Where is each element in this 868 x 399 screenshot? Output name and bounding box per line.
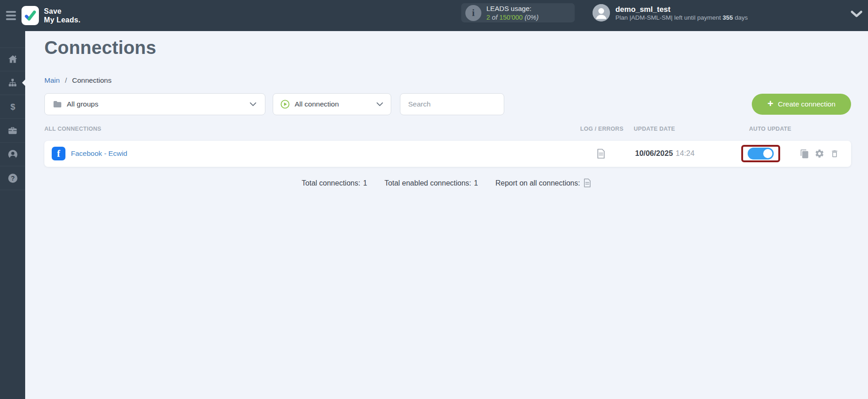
facebook-icon: f — [52, 147, 65, 160]
briefcase-icon — [7, 125, 18, 136]
update-date: 10/06/202514:24 — [635, 149, 695, 158]
leads-usage-label: LEADS usage: — [486, 5, 539, 13]
column-header-all-connections: ALL CONNECTIONS — [44, 126, 101, 132]
connection-type-dropdown[interactable]: All connection — [273, 93, 391, 115]
totals-bar: Total connections: 1 Total enabled conne… — [25, 178, 868, 188]
play-circle-icon — [280, 100, 290, 109]
svg-text:?: ? — [11, 175, 15, 182]
folder-icon — [53, 101, 62, 108]
savemyleads-logo[interactable] — [22, 6, 39, 25]
sidebar-item-profile[interactable] — [0, 143, 25, 166]
settings-gear-icon[interactable] — [814, 149, 825, 159]
app-root: Save My Leads. i LEADS usage: 2 of 150'0… — [0, 0, 868, 399]
row-actions — [799, 149, 840, 159]
question-icon: ? — [7, 173, 18, 184]
top-bar: Save My Leads. i LEADS usage: 2 of 150'0… — [0, 0, 868, 31]
account-chevron-down-icon[interactable] — [850, 10, 864, 20]
sidebar-item-help[interactable]: ? — [0, 166, 25, 190]
info-icon: i — [465, 5, 481, 21]
chevron-down-icon — [249, 102, 257, 106]
search-input[interactable] — [400, 94, 504, 115]
hamburger-menu-icon[interactable] — [6, 11, 17, 20]
connection-type-dropdown-value: All connection — [295, 100, 339, 108]
total-enabled-connections: Total enabled connections: 1 — [384, 179, 478, 187]
log-document-icon[interactable] — [597, 149, 605, 161]
trash-icon[interactable] — [830, 149, 840, 159]
column-header-update-date: UPDATE DATE — [634, 126, 675, 132]
sidebar-nav: $ ? — [0, 31, 25, 399]
breadcrumb: Main / Connections — [44, 76, 112, 85]
breadcrumb-separator: / — [65, 76, 67, 84]
column-header-log-errors: LOG / ERRORS — [580, 126, 624, 132]
column-header-auto-update: AUTO UPDATE — [749, 126, 791, 132]
toggle-knob — [763, 149, 772, 158]
create-connection-button[interactable]: + Create connection — [752, 94, 851, 115]
report-document-icon[interactable] — [583, 178, 592, 188]
total-enabled-value: 1 — [474, 179, 478, 187]
sidebar-item-payments[interactable]: $ — [0, 95, 25, 119]
page-title: Connections — [44, 37, 156, 58]
user-plan-info: Plan |ADM-SML-SM| left until payment 355… — [615, 14, 748, 21]
report-all-connections: Report on all connections: — [496, 178, 592, 188]
home-icon — [7, 54, 18, 65]
highlight-box — [741, 145, 780, 162]
update-time: 14:24 — [676, 149, 695, 157]
svg-text:$: $ — [10, 102, 15, 112]
user-avatar-icon — [593, 4, 610, 21]
user-name: demo_sml_test — [615, 5, 748, 14]
total-connections: Total connections: 1 — [302, 179, 367, 187]
groups-dropdown-value: All groups — [67, 100, 98, 108]
brand-line2: My Leads. — [44, 16, 81, 24]
chevron-down-icon — [376, 102, 383, 106]
sidebar-item-services[interactable] — [0, 119, 25, 143]
connection-name-link[interactable]: Facebook - Ecwid — [71, 149, 127, 158]
brand-name: Save My Leads. — [44, 7, 81, 24]
copy-icon[interactable] — [799, 149, 809, 159]
connection-row: f Facebook - Ecwid 10/06/202514:24 — [44, 141, 851, 167]
dollar-icon: $ — [7, 101, 18, 112]
total-connections-value: 1 — [363, 179, 367, 187]
user-account-area[interactable]: demo_sml_test Plan |ADM-SML-SM| left unt… — [593, 4, 748, 21]
sidebar-item-connections[interactable] — [0, 71, 25, 95]
plus-icon: + — [767, 99, 773, 109]
brand-line1: Save — [44, 7, 81, 16]
auto-update-toggle[interactable] — [748, 148, 774, 160]
user-circle-icon — [7, 149, 18, 160]
leads-usage-badge[interactable]: i LEADS usage: 2 of 150'000 (0%) — [461, 3, 575, 22]
breadcrumb-current: Connections — [72, 76, 112, 84]
sidebar-item-home[interactable] — [0, 48, 25, 71]
days-left-value: 355 — [722, 14, 733, 21]
breadcrumb-main-link[interactable]: Main — [44, 76, 60, 84]
checkmark-logo-icon — [23, 9, 37, 22]
search-box — [400, 93, 504, 115]
sitemap-icon — [7, 78, 18, 88]
leads-usage-value: 2 of 150'000 (0%) — [486, 13, 539, 21]
groups-dropdown[interactable]: All groups — [44, 93, 265, 115]
